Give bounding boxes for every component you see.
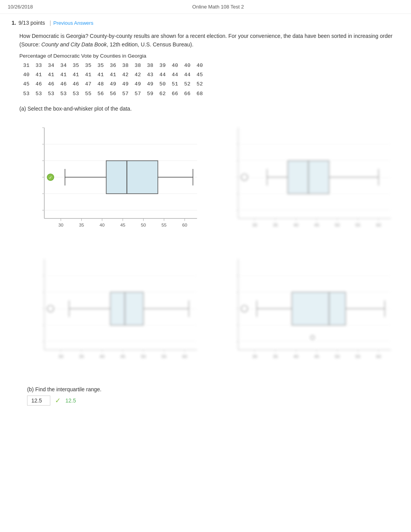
question-body: How Democratic is Georgia? County-by-cou…: [19, 32, 399, 406]
d58: 66: [168, 89, 180, 99]
svg-text:35: 35: [273, 354, 278, 359]
d12: 39: [156, 61, 168, 70]
d57: 62: [156, 89, 168, 99]
d5: 35: [69, 61, 81, 70]
svg-text:55: 55: [355, 222, 361, 227]
question-points: 9/13 points: [19, 20, 45, 26]
svg-text:30: 30: [252, 354, 258, 359]
d31: 45: [19, 80, 32, 89]
d10: 38: [131, 61, 143, 70]
answer-row: 12.5 ✓ 12.5: [27, 396, 399, 406]
d54: 57: [118, 89, 131, 99]
d53: 56: [106, 89, 118, 99]
d27: 44: [156, 70, 168, 80]
d13: 40: [168, 61, 180, 70]
d15: 40: [193, 61, 205, 70]
svg-text:50: 50: [141, 354, 146, 359]
question-italic: County and City Data Book: [41, 41, 107, 48]
d20: 41: [69, 70, 81, 80]
plot-3[interactable]: 30 35 40 45 50 55 60: [19, 251, 206, 375]
data-row-4: 53 53 53 53 53 55 56 56 57 57 59 62 66 6…: [19, 89, 399, 99]
answer-input[interactable]: 12.5: [27, 396, 50, 406]
svg-rect-94: [110, 292, 143, 325]
part-b-label: (b) Find the interquartile range.: [27, 386, 399, 392]
svg-point-133: [310, 336, 315, 340]
plots-container: 30 35 40 45 50 55 60: [19, 119, 399, 375]
d36: 47: [81, 80, 94, 89]
svg-text:55: 55: [355, 354, 361, 359]
d3: 34: [44, 61, 57, 70]
data-label: Percentage of Democratic Vote by Countie…: [19, 53, 399, 59]
d32: 46: [32, 80, 44, 89]
d45: 52: [193, 80, 205, 89]
d55: 57: [131, 89, 143, 99]
plot-1-svg: 30 35 40 45 50 55 60: [19, 119, 206, 243]
question-number: 1.: [12, 20, 16, 26]
header-title: Online Math 108 Test 2: [192, 4, 244, 10]
svg-rect-127: [292, 292, 346, 325]
d8: 36: [106, 61, 118, 70]
question-text: How Democratic is Georgia? County-by-cou…: [19, 32, 399, 49]
d38: 49: [106, 80, 118, 89]
header-date: 10/26/2018: [8, 4, 33, 10]
d1: 31: [19, 61, 32, 70]
d21: 41: [81, 70, 94, 80]
plot-4[interactable]: 30 35 40 45 50 55 60: [213, 251, 399, 375]
svg-text:40: 40: [293, 222, 299, 227]
d56: 59: [143, 89, 156, 99]
svg-text:60: 60: [376, 222, 382, 227]
svg-text:✓: ✓: [49, 175, 52, 180]
d14: 40: [180, 61, 193, 70]
svg-text:40: 40: [99, 222, 105, 227]
d11: 38: [143, 61, 156, 70]
d6: 35: [81, 61, 94, 70]
question-text-end: , 12th edition, U.S. Census Bureau).: [107, 41, 194, 48]
plot-3-svg: 30 35 40 45 50 55 60: [19, 251, 206, 375]
d25: 42: [131, 70, 143, 80]
d44: 52: [180, 80, 193, 89]
svg-text:35: 35: [79, 222, 84, 227]
svg-text:50: 50: [335, 354, 340, 359]
d60: 68: [193, 89, 205, 99]
svg-text:45: 45: [120, 354, 126, 359]
d19: 41: [57, 70, 69, 80]
svg-text:40: 40: [293, 354, 299, 359]
d47: 53: [32, 89, 44, 99]
svg-text:45: 45: [314, 222, 320, 227]
svg-text:45: 45: [120, 222, 126, 227]
d24: 42: [118, 70, 131, 80]
d52: 56: [94, 89, 106, 99]
d35: 46: [69, 80, 81, 89]
d16: 40: [19, 70, 32, 80]
d33: 46: [44, 80, 57, 89]
page-header: 10/26/2018 Online Math 108 Test 2: [0, 0, 411, 14]
svg-text:60: 60: [182, 354, 188, 359]
d30: 45: [193, 70, 205, 80]
d51: 55: [81, 89, 94, 99]
d39: 49: [118, 80, 131, 89]
plot-2-svg: 30 35 40 45 50 55 60: [213, 119, 399, 243]
plot-1[interactable]: 30 35 40 45 50 55 60: [19, 119, 206, 243]
d26: 43: [143, 70, 156, 80]
plot-2[interactable]: 30 35 40 45 50 55 60: [213, 119, 399, 243]
d7: 35: [94, 61, 106, 70]
svg-text:50: 50: [141, 222, 146, 227]
separator: |: [50, 20, 51, 26]
main-content: 1. 9/13 points | Previous Answers How De…: [0, 14, 411, 411]
d48: 53: [44, 89, 57, 99]
part-b: (b) Find the interquartile range. 12.5 ✓…: [27, 386, 399, 406]
question-header: 1. 9/13 points | Previous Answers: [12, 20, 399, 26]
d2: 33: [32, 61, 44, 70]
svg-text:60: 60: [182, 222, 188, 227]
d43: 51: [168, 80, 180, 89]
data-row-3: 45 46 46 46 46 47 48 49 49 49 49 50 51 5…: [19, 80, 399, 89]
d17: 41: [32, 70, 44, 80]
svg-text:55: 55: [161, 222, 167, 227]
previous-answers-link[interactable]: Previous Answers: [53, 20, 93, 26]
svg-text:30: 30: [252, 222, 258, 227]
svg-text:55: 55: [161, 354, 167, 359]
d22: 41: [94, 70, 106, 80]
check-icon: ✓: [55, 396, 61, 405]
d18: 41: [44, 70, 57, 80]
svg-text:45: 45: [314, 354, 320, 359]
